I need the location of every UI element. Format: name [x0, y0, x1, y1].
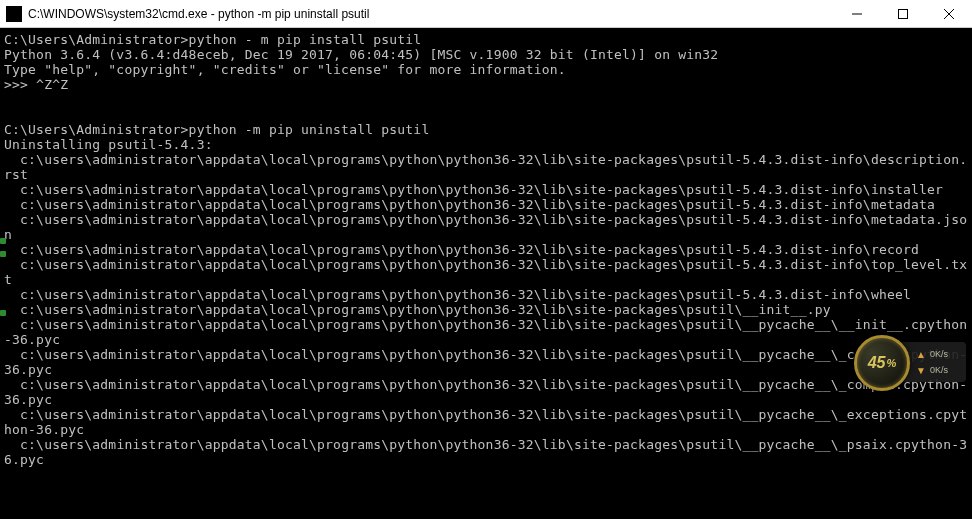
terminal-line: c:\users\administrator\appdata\local\pro…	[4, 212, 970, 242]
terminal-line: c:\users\administrator\appdata\local\pro…	[4, 257, 970, 287]
download-speed-row: ▼ 0K/s	[916, 365, 962, 376]
arrow-up-icon: ▲	[916, 349, 926, 360]
terminal-line: Type "help", "copyright", "credits" or "…	[4, 62, 970, 77]
terminal-line	[4, 92, 970, 107]
badge-percent: 45	[868, 354, 886, 372]
terminal-line: c:\users\administrator\appdata\local\pro…	[4, 197, 970, 212]
terminal-line: c:\users\administrator\appdata\local\pro…	[4, 182, 970, 197]
badge-percent-sign: %	[887, 357, 897, 369]
terminal-line: c:\users\administrator\appdata\local\pro…	[4, 242, 970, 257]
terminal-line: c:\users\administrator\appdata\local\pro…	[4, 347, 970, 377]
edge-indicator	[0, 238, 6, 244]
terminal-line: C:\Users\Administrator>python -m pip uni…	[4, 122, 970, 137]
terminal-line: c:\users\administrator\appdata\local\pro…	[4, 287, 970, 302]
download-badge[interactable]: 45%	[854, 335, 910, 391]
terminal-line: c:\users\administrator\appdata\local\pro…	[4, 377, 970, 407]
window-title: C:\WINDOWS\system32\cmd.exe - python -m …	[28, 7, 834, 21]
svg-rect-1	[899, 9, 908, 18]
upload-speed: 0K/s	[930, 349, 948, 359]
maximize-button[interactable]	[880, 0, 926, 27]
terminal-line: c:\users\administrator\appdata\local\pro…	[4, 302, 970, 317]
terminal-line: Python 3.6.4 (v3.6.4:d48eceb, Dec 19 201…	[4, 47, 970, 62]
terminal-line: c:\users\administrator\appdata\local\pro…	[4, 407, 970, 437]
upload-speed-row: ▲ 0K/s	[916, 349, 962, 360]
terminal-line: c:\users\administrator\appdata\local\pro…	[4, 152, 970, 182]
terminal-line: c:\users\administrator\appdata\local\pro…	[4, 317, 970, 347]
edge-indicator	[0, 251, 6, 257]
terminal-line: Uninstalling psutil-5.4.3:	[4, 137, 970, 152]
close-button[interactable]	[926, 0, 972, 27]
minimize-button[interactable]	[834, 0, 880, 27]
terminal-output[interactable]: C:\Users\Administrator>python - m pip in…	[0, 28, 972, 519]
cmd-icon	[6, 6, 22, 22]
terminal-line	[4, 107, 970, 122]
arrow-down-icon: ▼	[916, 365, 926, 376]
terminal-line: >>> ^Z^Z	[4, 77, 970, 92]
download-speed: 0K/s	[930, 365, 948, 375]
edge-indicator	[0, 310, 6, 316]
window-titlebar: C:\WINDOWS\system32\cmd.exe - python -m …	[0, 0, 972, 28]
terminal-line: C:\Users\Administrator>python - m pip in…	[4, 32, 970, 47]
window-controls	[834, 0, 972, 27]
terminal-line: c:\users\administrator\appdata\local\pro…	[4, 437, 970, 467]
